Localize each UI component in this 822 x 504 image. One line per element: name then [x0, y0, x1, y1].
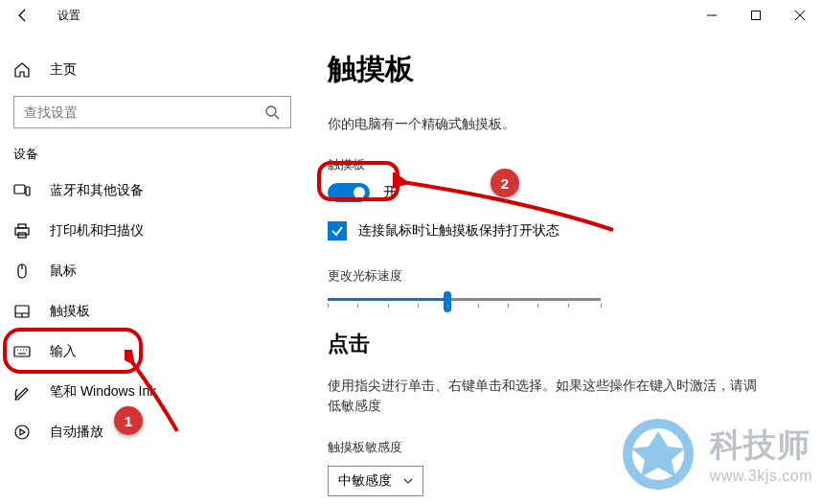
toggle-state-label: 开 — [383, 184, 397, 201]
sensitivity-dropdown[interactable]: 中敏感度 — [328, 466, 423, 496]
svg-point-10 — [15, 425, 29, 439]
sidebar-item-mouse[interactable]: 鼠标 — [0, 251, 305, 291]
slider-fill — [328, 298, 447, 301]
minimize-icon — [707, 11, 717, 20]
sidebar-item-bluetooth[interactable]: 蓝牙和其他设备 — [0, 171, 305, 211]
autoplay-icon — [13, 424, 31, 441]
dropdown-value: 中敏感度 — [338, 472, 392, 490]
sidebar-section-label: 设备 — [0, 128, 305, 171]
sensitivity-label: 触摸板敏感度 — [328, 439, 793, 456]
svg-rect-2 — [14, 185, 25, 194]
cursor-speed-label: 更改光标速度 — [328, 267, 793, 285]
sidebar-item-home[interactable]: 主页 — [0, 50, 305, 90]
close-icon — [795, 11, 805, 20]
svg-rect-9 — [14, 347, 30, 356]
toggle-knob — [354, 187, 365, 198]
sidebar: 主页 设备 蓝牙和其他设备 打印机和扫描仪 — [0, 31, 305, 504]
svg-rect-4 — [15, 228, 29, 235]
page-description: 你的电脑有一个精确式触摸板。 — [328, 116, 793, 133]
sidebar-item-label: 触摸板 — [50, 303, 90, 320]
pen-icon — [13, 383, 31, 401]
annotation-badge-2: 2 — [491, 169, 519, 197]
svg-rect-5 — [18, 224, 26, 228]
maximize-icon — [751, 11, 761, 20]
cursor-speed-slider[interactable] — [328, 298, 601, 301]
sidebar-item-label: 主页 — [50, 61, 77, 79]
printer-icon — [13, 222, 31, 240]
chevron-down-icon — [403, 476, 413, 486]
search-box[interactable] — [13, 96, 291, 128]
minimize-button[interactable] — [690, 0, 734, 31]
annotation-badge-1: 1 — [114, 406, 143, 435]
close-button[interactable] — [778, 0, 822, 31]
sidebar-item-label: 鼠标 — [50, 263, 77, 280]
sidebar-item-label: 打印机和扫描仪 — [50, 222, 144, 240]
maximize-button[interactable] — [734, 0, 778, 31]
search-input[interactable] — [24, 104, 263, 120]
checkbox-label: 连接鼠标时让触摸板保持打开状态 — [358, 222, 559, 240]
devices-icon — [13, 182, 31, 199]
search-icon — [263, 103, 281, 121]
main-content: 触摸板 你的电脑有一个精确式触摸板。 触摸板 开 连接鼠标时让触摸板保持打开状态… — [305, 31, 822, 504]
click-description: 使用指尖进行单击、右键单击和选择。如果这些操作在键入时激活，请调低敏感度 — [328, 376, 768, 416]
touchpad-toggle[interactable] — [328, 183, 370, 202]
arrow-left-icon — [15, 8, 31, 23]
sidebar-item-pen[interactable]: 笔和 Windows Ink — [0, 372, 305, 412]
home-icon — [13, 61, 31, 79]
sidebar-item-typing[interactable]: 输入 — [0, 332, 305, 372]
sidebar-item-touchpad[interactable]: 触摸板 — [0, 291, 305, 332]
sidebar-item-label: 笔和 Windows Ink — [50, 383, 156, 401]
svg-rect-0 — [752, 11, 761, 20]
page-title: 触摸板 — [328, 50, 793, 89]
click-section-title: 点击 — [328, 330, 793, 358]
sidebar-item-label: 蓝牙和其他设备 — [50, 182, 144, 199]
back-button[interactable] — [8, 0, 38, 31]
slider-ticks — [328, 304, 601, 309]
sidebar-item-autoplay[interactable]: 自动播放 — [0, 412, 305, 452]
window-title: 设置 — [57, 8, 80, 24]
keep-on-checkbox[interactable] — [328, 221, 347, 241]
svg-rect-3 — [26, 187, 30, 195]
sidebar-item-label: 输入 — [50, 343, 77, 360]
check-icon — [331, 224, 344, 238]
touchpad-icon — [13, 303, 31, 320]
toggle-section-label: 触摸板 — [328, 156, 793, 173]
sidebar-item-label: 自动播放 — [50, 424, 103, 441]
keyboard-icon — [13, 343, 31, 360]
sidebar-item-printers[interactable]: 打印机和扫描仪 — [0, 211, 305, 251]
mouse-icon — [13, 263, 31, 280]
svg-point-1 — [266, 106, 276, 116]
